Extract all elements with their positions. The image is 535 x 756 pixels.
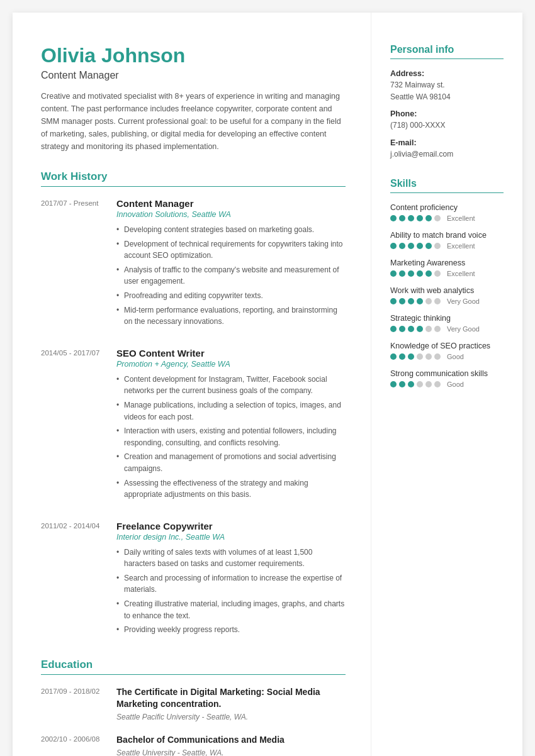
skill-dot (417, 215, 423, 221)
work-bullet: Content development for Instagram, Twitt… (116, 374, 346, 397)
job-title: Content Manager (41, 70, 346, 81)
skills-heading: Skills (390, 178, 504, 193)
education-entry: 2002/10 - 2006/08 Bachelor of Communicat… (41, 734, 346, 756)
work-bullet: Creation and management of promotions an… (116, 451, 346, 474)
skill-name: Content proficiency (390, 203, 504, 212)
skill-dot (434, 298, 441, 304)
skill-dot (408, 353, 414, 360)
work-role: SEO Content Writer (116, 348, 346, 359)
work-date: 2011/02 - 2014/04 (41, 521, 116, 638)
skill-name: Work with web analytics (390, 286, 504, 295)
skill-dot (425, 353, 432, 360)
skill-dot (425, 270, 432, 277)
skill-item: Ability to match brand voice Excellent (390, 231, 504, 250)
summary-text: Creative and motivated specialist with 8… (41, 90, 346, 153)
work-company: Innovation Solutions, Seattle WA (116, 210, 346, 219)
skill-dot (390, 326, 397, 332)
skill-name: Marketing Awareness (390, 258, 504, 267)
skill-dot (417, 353, 423, 360)
skill-level: Good (447, 353, 464, 360)
personal-info-heading: Personal info (390, 44, 504, 59)
work-history-section: Work History 2017/07 - Present Content M… (41, 170, 346, 638)
edu-content: The Certificate in Digital Marketing: So… (116, 686, 346, 721)
skill-dot (417, 326, 423, 332)
skill-item: Knowledge of SEO practices Good (390, 342, 504, 360)
skill-name: Knowledge of SEO practices (390, 342, 504, 350)
address-label: Address: (390, 69, 504, 78)
skill-dot (417, 381, 423, 387)
address-line1: 732 Mainway st. (390, 79, 504, 91)
skill-dot (390, 270, 397, 277)
skill-dot (408, 326, 414, 332)
work-bullets-list: Daily writing of sales texts with volume… (116, 547, 346, 636)
email-value: j.olivia@email.com (390, 148, 504, 160)
skill-level: Excellent (447, 242, 475, 250)
work-entry: 2011/02 - 2014/04 Freelance Copywriter I… (41, 521, 346, 638)
work-company: Promotion + Agency, Seattle WA (116, 360, 346, 369)
work-bullets-list: Content development for Instagram, Twitt… (116, 374, 346, 501)
skill-bar-row: Good (390, 381, 504, 388)
skill-dot (408, 381, 414, 387)
skill-bar-row: Good (390, 353, 504, 360)
skill-level: Excellent (447, 270, 475, 277)
skill-dot (434, 270, 441, 277)
skill-item: Marketing Awareness Excellent (390, 258, 504, 277)
skill-dots (390, 243, 441, 249)
skill-name: Strong communication skills (390, 369, 504, 378)
work-bullet: Search and processing of information to … (116, 572, 346, 596)
right-column: Personal info Address: 732 Mainway st. S… (371, 13, 522, 756)
skill-item: Work with web analytics Very Good (390, 286, 504, 305)
work-role: Content Manager (116, 198, 346, 209)
skill-dots (390, 298, 441, 304)
skill-level: Excellent (447, 214, 475, 222)
skill-dot (390, 243, 397, 249)
personal-info-section: Personal info Address: 732 Mainway st. S… (390, 44, 504, 160)
work-bullet: Mid-term performance evaluations, report… (116, 304, 346, 328)
skill-dot (399, 353, 405, 360)
skill-item: Strong communication skills Good (390, 369, 504, 388)
work-bullet: Daily writing of sales texts with volume… (116, 547, 346, 570)
skill-dots (390, 381, 441, 387)
skill-level: Very Good (447, 297, 480, 305)
skill-dot (408, 215, 414, 221)
skill-item: Strategic thinking Very Good (390, 314, 504, 333)
edu-degree: The Certificate in Digital Marketing: So… (116, 686, 346, 711)
work-entry: 2014/05 - 2017/07 SEO Content Writer Pro… (41, 348, 346, 503)
work-history-heading: Work History (41, 170, 346, 187)
work-bullet: Developing content strategies based on m… (116, 224, 346, 236)
work-entry: 2017/07 - Present Content Manager Innova… (41, 198, 346, 330)
skill-bar-row: Excellent (390, 214, 504, 222)
skill-dot (399, 215, 405, 221)
skill-dot (425, 298, 432, 304)
skill-dot (434, 381, 441, 387)
skill-dot (399, 298, 405, 304)
resume-container: Olivia Johnson Content Manager Creative … (13, 13, 522, 756)
skill-dot (417, 298, 423, 304)
skill-bar-row: Very Good (390, 325, 504, 333)
skill-name: Ability to match brand voice (390, 231, 504, 240)
skill-name: Strategic thinking (390, 314, 504, 323)
skill-dot (425, 215, 432, 221)
education-entry: 2017/09 - 2018/02 The Certificate in Dig… (41, 686, 346, 721)
work-content: Content Manager Innovation Solutions, Se… (116, 198, 346, 330)
skill-dot (408, 270, 414, 277)
skill-item: Content proficiency Excellent (390, 203, 504, 222)
work-bullet: Creating illustrative material, includin… (116, 598, 346, 621)
skill-dot (390, 215, 397, 221)
skill-dot (408, 298, 414, 304)
edu-school: Seattle University - Seattle, WA. (116, 748, 346, 756)
skill-level: Good (447, 381, 464, 388)
work-bullet: Assessing the effectiveness of the strat… (116, 477, 346, 501)
skill-dots (390, 353, 441, 360)
skill-dot (390, 298, 397, 304)
work-date: 2017/07 - Present (41, 198, 116, 330)
education-entries: 2017/09 - 2018/02 The Certificate in Dig… (41, 686, 346, 756)
edu-degree: Bachelor of Communications and Media (116, 734, 346, 747)
phone-label: Phone: (390, 109, 504, 118)
skill-dot (434, 243, 441, 249)
skill-dot (390, 353, 397, 360)
work-bullets-list: Developing content strategies based on m… (116, 224, 346, 328)
skill-dots (390, 270, 441, 277)
skill-dot (425, 381, 432, 387)
edu-content: Bachelor of Communications and Media Sea… (116, 734, 346, 756)
